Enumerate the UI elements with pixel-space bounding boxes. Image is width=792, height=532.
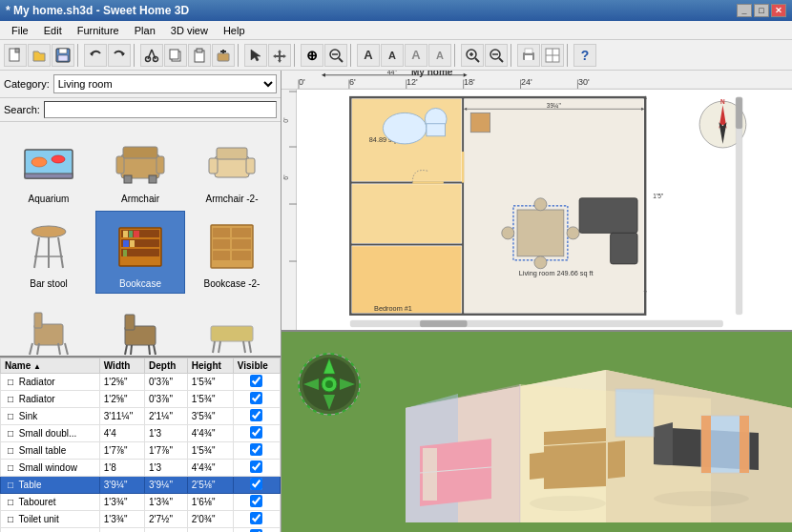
tb-zoom-out[interactable] — [324, 44, 347, 67]
tb-open[interactable] — [28, 44, 51, 67]
col-visible-header[interactable]: Visible — [233, 358, 280, 374]
menu-edit[interactable]: Edit — [36, 23, 70, 38]
svg-rect-1 — [15, 49, 19, 52]
svg-rect-3 — [59, 49, 67, 53]
search-input[interactable] — [44, 101, 277, 118]
col-width-header[interactable]: Width — [99, 358, 144, 374]
svg-point-37 — [52, 155, 65, 163]
furniture-item-armchair[interactable]: Armchair — [95, 126, 185, 209]
col-height-header[interactable]: Height — [187, 358, 233, 374]
sep7 — [511, 44, 514, 67]
table-row[interactable]: □ Sink 3'11¼"2'1¼"3'5¾" — [1, 408, 281, 425]
svg-line-49 — [34, 237, 39, 268]
close-button[interactable]: ✕ — [771, 4, 786, 17]
svg-rect-43 — [149, 175, 156, 183]
category-select[interactable]: Living room Bedroom Kitchen Bathroom — [53, 74, 277, 93]
svg-rect-155 — [423, 448, 437, 501]
svg-rect-29 — [525, 55, 532, 60]
tb-zoom-out2[interactable] — [485, 44, 508, 67]
floor-plan[interactable]: 0' 6' 12' 18' 24' 30' My home — [281, 71, 792, 332]
menu-plan[interactable]: Plan — [127, 23, 163, 38]
tb-text[interactable]: A — [357, 44, 380, 67]
svg-rect-47 — [217, 148, 247, 159]
svg-rect-82 — [211, 326, 253, 341]
furniture-item-bookcase2[interactable]: Bookcase -2- — [187, 211, 277, 294]
table-row[interactable]: □ Tabouret 1'3¾"1'3¾"1'6⅛" — [1, 494, 281, 511]
table-row[interactable]: □ Radiator 1'2⅝"0'3⅞"1'5¾" — [1, 391, 281, 408]
tb-undo[interactable] — [84, 44, 107, 67]
tb-text3[interactable]: A — [405, 44, 427, 67]
svg-line-50 — [58, 237, 63, 268]
table-row[interactable]: □ Radiator 1'2⅝"0'3⅞"1'5¾" — [1, 374, 281, 391]
table-row-selected[interactable]: □ Table 3'9¼"3'9¼"2'5⅛" — [1, 477, 281, 494]
svg-line-73 — [65, 343, 68, 355]
tb-cut[interactable] — [140, 44, 163, 67]
bookcase2-label: Bookcase -2- — [204, 278, 261, 289]
svg-rect-42 — [124, 175, 132, 183]
tb-zoom-in[interactable]: ⊕ — [301, 44, 323, 67]
furniture-table: Name ▲ Width Depth Height Visible □ Radi… — [0, 358, 281, 532]
menu-3dview[interactable]: 3D view — [163, 23, 216, 38]
furniture-item-coffeetable[interactable]: Coffee table — [187, 296, 277, 356]
3d-scene-svg — [281, 332, 792, 532]
svg-marker-163 — [654, 422, 673, 465]
sep4 — [294, 44, 298, 67]
window-controls[interactable]: _ □ ✕ — [737, 4, 786, 17]
minimize-button[interactable]: _ — [737, 4, 752, 17]
tb-text2[interactable]: A — [381, 44, 404, 67]
tb-view[interactable] — [541, 44, 564, 67]
tb-pan[interactable] — [268, 44, 291, 67]
svg-rect-65 — [213, 239, 230, 249]
svg-line-86 — [243, 341, 245, 353]
svg-point-48 — [31, 226, 66, 237]
furniture-item-armchair2[interactable]: Armchair -2- — [187, 126, 277, 209]
col-depth-header[interactable]: Depth — [145, 358, 188, 374]
col-name-header[interactable]: Name ▲ — [1, 358, 100, 374]
svg-text:Bedroom #1: Bedroom #1 — [374, 304, 412, 313]
chair-icon — [18, 300, 79, 356]
svg-text:0': 0' — [282, 117, 289, 122]
tb-save[interactable] — [52, 44, 74, 67]
maximize-button[interactable]: □ — [754, 4, 769, 17]
table-row[interactable]: □ TV unit... 3'31'8½"3'0⅝" — [1, 528, 281, 533]
tb-copy[interactable] — [164, 44, 187, 67]
sep8 — [567, 44, 571, 67]
svg-text:39¼": 39¼" — [547, 102, 562, 109]
tb-select[interactable] — [244, 44, 267, 67]
tb-print[interactable] — [517, 44, 540, 67]
furniture-item-bookcase[interactable]: Bookcase — [95, 211, 185, 294]
svg-line-80 — [131, 345, 132, 355]
tb-redo[interactable] — [108, 44, 131, 67]
menu-furniture[interactable]: Furniture — [70, 23, 127, 38]
svg-rect-143 — [736, 97, 742, 129]
menu-help[interactable]: Help — [216, 23, 253, 38]
table-row[interactable]: □ Small doubl... 4'41'34'4¾" — [1, 425, 281, 442]
view-3d[interactable] — [281, 332, 792, 532]
tb-help[interactable]: ? — [573, 44, 596, 67]
svg-rect-131 — [579, 198, 637, 234]
svg-rect-15 — [218, 53, 229, 61]
tb-zoom-in2[interactable] — [461, 44, 484, 67]
table-row[interactable]: □ Small table 1'7⅞"1'7⅞"1'5¾" — [1, 442, 281, 460]
plan-canvas[interactable]: 84.89 sq ft Living room 249.66 sq ft Bed… — [297, 90, 792, 330]
furniture-item-chair[interactable]: Chair — [4, 296, 94, 356]
svg-marker-96 — [464, 73, 468, 77]
tb-new[interactable] — [4, 44, 27, 67]
tb-add-furniture[interactable] — [212, 44, 235, 67]
furniture-item-barstool[interactable]: Bar stool — [4, 211, 94, 294]
armchair2-label: Armchair -2- — [205, 194, 258, 204]
svg-marker-6 — [121, 51, 125, 56]
table-row[interactable]: □ Toilet unit 1'3¾"2'7½"2'0¾" — [1, 511, 281, 528]
tb-paste[interactable] — [188, 44, 211, 67]
table-container[interactable]: Name ▲ Width Depth Height Visible □ Radi… — [0, 358, 281, 532]
furniture-item-aquarium[interactable]: Aquarium — [4, 126, 94, 209]
svg-point-178 — [325, 380, 333, 388]
table-row[interactable]: □ Small window 1'81'34'4¾" — [1, 460, 281, 477]
svg-point-167 — [654, 491, 749, 506]
tb-text4[interactable]: A — [428, 44, 451, 67]
svg-point-36 — [31, 157, 47, 167]
furniture-item-chair2[interactable]: Chair -2- — [95, 296, 185, 356]
svg-line-26 — [499, 58, 503, 62]
menu-file[interactable]: File — [4, 23, 36, 38]
barstool-icon — [18, 215, 79, 276]
